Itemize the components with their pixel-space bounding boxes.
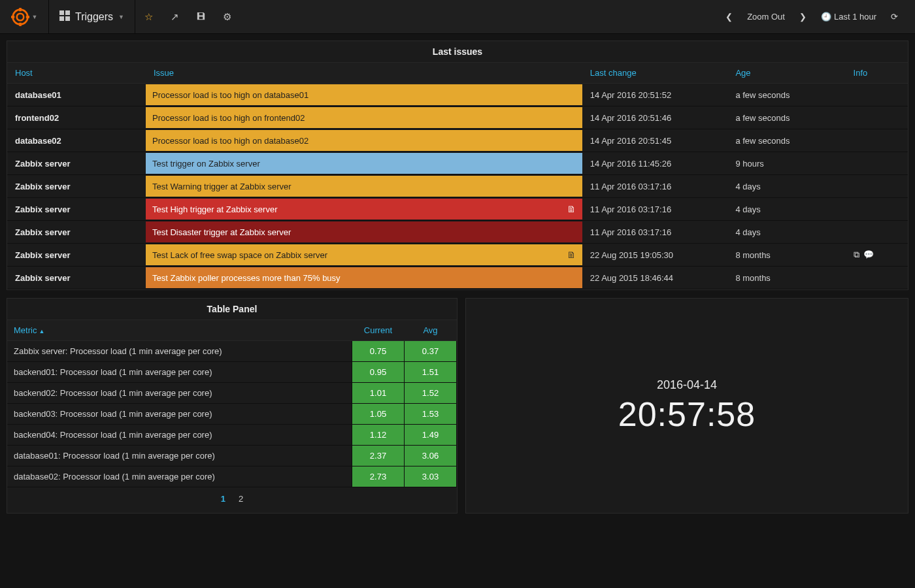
panel-title[interactable]: Table Panel <box>7 299 457 320</box>
current-cell: 1.01 <box>352 383 405 404</box>
chevron-right-icon: ❯ <box>799 12 807 22</box>
metric-cell: backend03: Processor load (1 min average… <box>7 404 352 425</box>
table-row: frontend02Processor load is too high on … <box>7 106 908 129</box>
avg-cell: 0.37 <box>405 341 457 362</box>
issue-chip[interactable]: Test trigger on Zabbix server <box>146 153 582 174</box>
issue-chip[interactable]: Test Zabbix poller processes more than 7… <box>146 267 582 288</box>
table-row: backend03: Processor load (1 min average… <box>7 404 457 425</box>
clock-panel[interactable]: 2016-04-14 20:57:58 <box>465 298 908 514</box>
issue-cell: Test Warning trigger at Zabbix server <box>146 175 582 198</box>
share-icon: ↗ <box>171 11 179 23</box>
issue-text: Test trigger on Zabbix server <box>152 159 260 169</box>
issue-text: Processor load is too high on frontend02 <box>152 113 305 123</box>
last-change-cell: 14 Apr 2016 11:45:26 <box>582 152 728 175</box>
age-cell: 9 hours <box>727 152 845 175</box>
top-bar: ▼ Triggers ▼ ☆ ↗ ⚙ ❮ Zoom Out ❯ 🕘 Last 1… <box>0 0 915 34</box>
dashboard-picker[interactable]: Triggers ▼ <box>49 0 135 34</box>
issue-cell: Test Zabbix poller processes more than 7… <box>146 267 582 289</box>
time-back-button[interactable]: ❮ <box>720 8 738 25</box>
svg-rect-9 <box>65 16 70 21</box>
table-row: Zabbix serverTest Lack of free swap spac… <box>7 244 908 267</box>
col-age[interactable]: Age <box>727 63 845 84</box>
age-cell: 8 months <box>727 267 845 289</box>
grafana-logo-icon <box>11 8 29 26</box>
time-range-picker[interactable]: 🕘 Last 1 hour <box>816 8 882 25</box>
star-button[interactable]: ☆ <box>135 0 161 34</box>
host-cell[interactable]: frontend02 <box>7 106 146 129</box>
last-change-cell: 22 Aug 2015 18:46:44 <box>582 267 728 289</box>
chevron-left-icon: ❮ <box>725 12 733 22</box>
table-row: Zabbix serverTest Zabbix poller processe… <box>7 267 908 289</box>
col-host[interactable]: Host <box>7 63 146 84</box>
issue-cell: Test Lack of free swap space on Zabbix s… <box>146 244 582 267</box>
zoom-out-button[interactable]: Zoom Out <box>742 8 790 25</box>
external-link-icon[interactable]: ⧉ <box>854 250 859 260</box>
avg-cell: 3.03 <box>405 466 457 487</box>
issue-cell: Test trigger on Zabbix server <box>146 152 582 175</box>
page-2[interactable]: 2 <box>232 493 250 505</box>
comment-icon[interactable]: 💬 <box>863 250 874 260</box>
last-change-cell: 11 Apr 2016 03:17:16 <box>582 198 728 221</box>
page-1[interactable]: 1 <box>214 493 232 505</box>
table-row: Zabbix server: Processor load (1 min ave… <box>7 341 457 362</box>
svg-rect-6 <box>59 10 64 15</box>
issue-chip[interactable]: Test Lack of free swap space on Zabbix s… <box>146 244 582 265</box>
col-current[interactable]: Current <box>352 320 405 341</box>
host-cell[interactable]: database01 <box>7 84 146 106</box>
refresh-button[interactable]: ⟳ <box>886 8 903 25</box>
age-cell: a few seconds <box>727 129 845 152</box>
svg-rect-7 <box>65 10 70 15</box>
panel-title[interactable]: Last issues <box>7 41 908 63</box>
info-cell <box>846 175 908 198</box>
issue-chip[interactable]: Test Warning trigger at Zabbix server <box>146 176 582 197</box>
host-cell[interactable]: Zabbix server <box>7 267 146 289</box>
col-metric[interactable]: Metric▲ <box>7 320 352 341</box>
issue-text: Processor load is too high on database01 <box>152 90 308 100</box>
issue-chip[interactable]: Processor load is too high on frontend02 <box>146 107 582 128</box>
svg-rect-4 <box>11 16 14 18</box>
last-change-cell: 11 Apr 2016 03:17:16 <box>582 221 728 244</box>
issue-text: Test Warning trigger at Zabbix server <box>152 182 291 191</box>
pager: 12 <box>7 487 457 513</box>
clock-date: 2016-04-14 <box>657 378 717 392</box>
age-cell: 4 days <box>727 198 845 221</box>
issue-chip[interactable]: Processor load is too high on database01 <box>146 84 582 105</box>
col-issue[interactable]: Issue <box>146 63 582 84</box>
caret-down-icon: ▼ <box>32 14 38 20</box>
host-cell[interactable]: Zabbix server <box>7 175 146 198</box>
save-button[interactable] <box>188 0 214 34</box>
logo-menu[interactable]: ▼ <box>0 0 49 34</box>
share-button[interactable]: ↗ <box>161 0 188 34</box>
document-icon[interactable]: 🗎 <box>567 204 576 214</box>
time-forward-button[interactable]: ❯ <box>794 8 812 25</box>
table-row: database01Processor load is too high on … <box>7 84 908 106</box>
table-row: Zabbix serverTest Disaster trigger at Za… <box>7 221 908 244</box>
info-cell: ⧉💬 <box>846 244 908 267</box>
host-cell[interactable]: Zabbix server <box>7 198 146 221</box>
issue-chip[interactable]: Processor load is too high on database02 <box>146 130 582 151</box>
svg-rect-2 <box>19 8 22 11</box>
col-avg[interactable]: Avg <box>405 320 457 341</box>
info-cell <box>846 221 908 244</box>
clock-time: 20:57:58 <box>618 395 756 434</box>
settings-button[interactable]: ⚙ <box>214 0 240 34</box>
current-cell: 0.95 <box>352 362 405 383</box>
col-last-change[interactable]: Last change <box>582 63 728 84</box>
document-icon[interactable]: 🗎 <box>567 250 576 260</box>
issue-text: Test High trigger at Zabbix server <box>152 204 277 214</box>
info-cell <box>846 198 908 221</box>
current-cell: 1.12 <box>352 425 405 446</box>
info-cell <box>846 84 908 106</box>
host-cell[interactable]: Zabbix server <box>7 221 146 244</box>
avg-cell: 1.49 <box>405 425 457 446</box>
host-cell[interactable]: Zabbix server <box>7 152 146 175</box>
issue-chip[interactable]: Test High trigger at Zabbix server🗎 <box>146 199 582 220</box>
age-cell: 4 days <box>727 221 845 244</box>
host-cell[interactable]: Zabbix server <box>7 244 146 267</box>
col-info[interactable]: Info <box>846 63 908 84</box>
metric-cell: backend02: Processor load (1 min average… <box>7 383 352 404</box>
host-cell[interactable]: database02 <box>7 129 146 152</box>
last-change-cell: 14 Apr 2016 20:51:52 <box>582 84 728 106</box>
issue-chip[interactable]: Test Disaster trigger at Zabbix server <box>146 221 582 242</box>
gear-icon: ⚙ <box>223 11 231 23</box>
